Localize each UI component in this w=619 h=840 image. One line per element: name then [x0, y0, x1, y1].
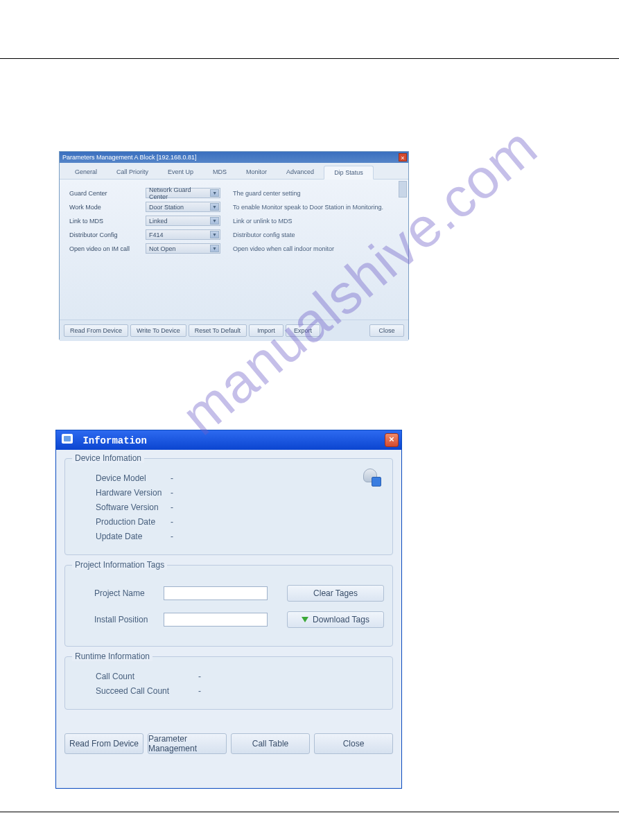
parameters-title: Parameters Management A Block [192.168.0…: [62, 154, 197, 161]
open-video-label: Open video on IM call: [69, 245, 146, 252]
chevron-down-icon: ▼: [210, 203, 219, 211]
row-production-date: Production Date -: [73, 517, 384, 527]
parameters-tabs: General Call Priority Event Up MDS Monit…: [60, 163, 408, 180]
row-software-version: Software Version -: [73, 502, 384, 512]
close-icon[interactable]: ×: [385, 433, 399, 447]
link-mds-value: Linked: [149, 218, 168, 225]
parameters-footer: Read From Device Write To Device Reset T…: [60, 320, 408, 341]
row-install-position: Install Position Download Tags: [73, 611, 384, 628]
row-distributor-config: Distributor Config F414 ▼ Distributor co…: [69, 229, 399, 240]
page-rule-bottom: [0, 812, 619, 812]
row-hardware-version: Hardware Version -: [73, 488, 384, 498]
work-mode-select[interactable]: Door Station ▼: [146, 202, 220, 212]
chevron-down-icon: ▼: [210, 217, 219, 225]
guard-center-value: Network Guard Center: [149, 186, 210, 200]
guard-center-desc: The guard center setting: [233, 190, 301, 197]
hardware-version-label: Hardware Version: [73, 488, 171, 498]
device-model-value: -: [171, 473, 184, 483]
guard-center-select[interactable]: Network Guard Center ▼: [146, 188, 220, 198]
device-information-legend: Device Infomation: [72, 453, 144, 463]
work-mode-label: Work Mode: [69, 204, 146, 211]
link-mds-desc: Link or unlink to MDS: [233, 218, 293, 225]
row-link-mds: Link to MDS Linked ▼ Link or unlink to M…: [69, 216, 399, 226]
row-update-date: Update Date -: [73, 532, 384, 541]
download-arrow-icon: [302, 617, 308, 622]
page-rule-top: [0, 58, 619, 59]
tab-advanced[interactable]: Advanced: [277, 166, 324, 179]
parameter-management-button[interactable]: Parameter Management: [148, 733, 227, 754]
open-video-value: Not Open: [149, 245, 176, 252]
read-from-device-button[interactable]: Read From Device: [64, 324, 128, 337]
production-date-value: -: [171, 517, 184, 527]
export-button[interactable]: Export: [286, 324, 320, 337]
scrollbar[interactable]: [399, 181, 407, 198]
tab-event-up[interactable]: Event Up: [158, 166, 203, 179]
information-title-wrap: Information: [62, 434, 147, 446]
distributor-config-desc: Distributor config state: [233, 231, 295, 238]
distributor-config-value: F414: [149, 231, 164, 238]
tab-dip-status[interactable]: Dip Status: [324, 166, 374, 180]
update-date-value: -: [171, 532, 184, 541]
row-guard-center: Guard Center Network Guard Center ▼ The …: [69, 188, 399, 198]
row-device-model: Device Model -: [73, 473, 384, 483]
project-information-tags-legend: Project Information Tags: [72, 560, 167, 570]
reset-to-default-button[interactable]: Reset To Default: [189, 324, 247, 337]
download-tags-button[interactable]: Download Tags: [287, 611, 384, 628]
close-button[interactable]: Close: [369, 324, 404, 337]
chevron-down-icon: ▼: [210, 231, 219, 238]
software-version-value: -: [171, 502, 184, 512]
parameters-management-window: Parameters Management A Block [192.168.0…: [59, 151, 409, 340]
link-mds-label: Link to MDS: [69, 218, 146, 225]
write-to-device-button[interactable]: Write To Device: [130, 324, 186, 337]
software-version-label: Software Version: [73, 502, 171, 512]
call-count-label: Call Count: [73, 672, 198, 681]
information-title: Information: [82, 435, 146, 446]
close-icon[interactable]: ×: [399, 153, 407, 161]
import-button[interactable]: Import: [249, 324, 284, 337]
tab-mds[interactable]: MDS: [203, 166, 236, 179]
hardware-version-value: -: [171, 488, 184, 498]
row-project-name: Project Name Clear Tages: [73, 585, 384, 602]
project-name-input[interactable]: [164, 586, 268, 600]
project-information-tags-fieldset: Project Information Tags Project Name Cl…: [64, 565, 393, 647]
download-tags-label: Download Tags: [313, 615, 369, 624]
work-mode-desc: To enable Monitor speak to Door Station …: [233, 204, 383, 211]
project-name-label: Project Name: [73, 588, 164, 598]
row-open-video: Open video on IM call Not Open ▼ Open vi…: [69, 243, 399, 254]
information-titlebar: Information ×: [56, 430, 401, 450]
device-model-label: Device Model: [73, 473, 171, 483]
tab-call-priority[interactable]: Call Priority: [107, 166, 158, 179]
read-from-device-button[interactable]: Read From Device: [64, 733, 143, 754]
runtime-information-legend: Runtime Information: [72, 651, 152, 661]
tab-general[interactable]: General: [65, 166, 107, 179]
distributor-config-select[interactable]: F414 ▼: [146, 229, 220, 240]
chevron-down-icon: ▼: [210, 189, 219, 197]
open-video-select[interactable]: Not Open ▼: [146, 243, 220, 254]
call-count-value: -: [198, 672, 212, 681]
database-save-icon[interactable]: [363, 469, 381, 487]
information-footer: Read From Device Parameter Management Ca…: [56, 728, 401, 762]
parameters-body: Guard Center Network Guard Center ▼ The …: [60, 180, 408, 320]
distributor-config-label: Distributor Config: [69, 231, 146, 238]
row-work-mode: Work Mode Door Station ▼ To enable Monit…: [69, 202, 399, 212]
chevron-down-icon: ▼: [210, 245, 219, 252]
information-window: Information × Device Infomation Device M…: [55, 430, 402, 789]
row-succeed-call-count: Succeed Call Count -: [73, 686, 384, 696]
information-body: Device Infomation Device Model - Hardwar…: [56, 450, 401, 728]
tab-monitor[interactable]: Monitor: [236, 166, 277, 179]
install-position-label: Install Position: [73, 615, 164, 624]
install-position-input[interactable]: [164, 613, 268, 627]
close-button[interactable]: Close: [314, 733, 393, 754]
clear-tags-label: Clear Tages: [313, 588, 358, 598]
call-table-button[interactable]: Call Table: [231, 733, 310, 754]
link-mds-select[interactable]: Linked ▼: [146, 216, 220, 226]
work-mode-value: Door Station: [149, 204, 184, 211]
succeed-call-count-value: -: [198, 686, 212, 696]
clear-tags-button[interactable]: Clear Tages: [287, 585, 384, 602]
device-information-fieldset: Device Infomation Device Model - Hardwar…: [64, 458, 393, 555]
runtime-information-fieldset: Runtime Information Call Count - Succeed…: [64, 656, 393, 710]
window-icon: [62, 434, 73, 444]
update-date-label: Update Date: [73, 532, 171, 541]
succeed-call-count-label: Succeed Call Count: [73, 686, 198, 696]
row-call-count: Call Count -: [73, 672, 384, 681]
